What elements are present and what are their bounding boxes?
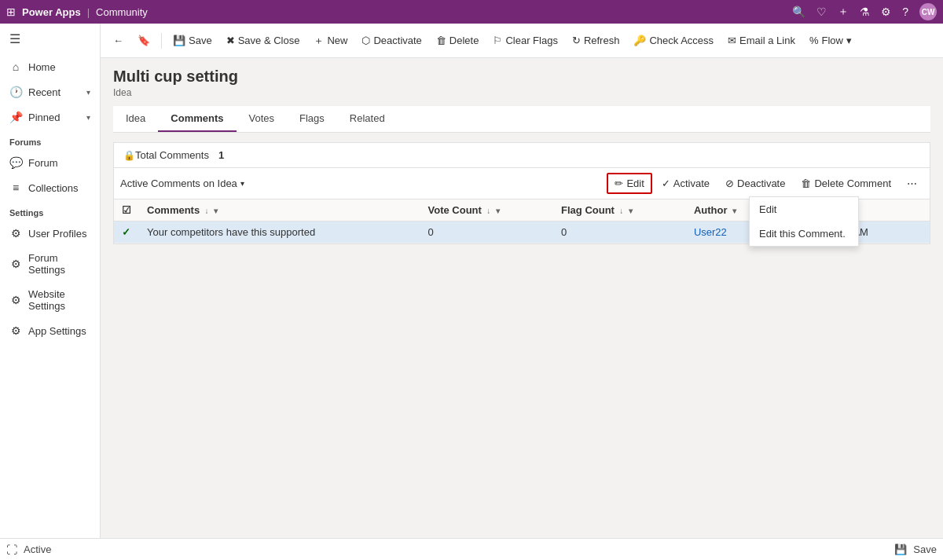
- email-link-button[interactable]: ✉ Email a Link: [721, 31, 802, 49]
- delete-button[interactable]: 🗑 Delete: [430, 31, 486, 49]
- dropdown-edit-comment-item[interactable]: Edit this Comment.: [750, 221, 858, 246]
- comments-panel: 🔒 Total Comments 1 Active Comments on Id…: [113, 142, 930, 244]
- more-options-icon: ⋯: [907, 178, 917, 189]
- more-options-button[interactable]: ⋯: [901, 174, 923, 192]
- sort-down-icon: ↓: [486, 207, 490, 215]
- clear-flags-button[interactable]: ⚐ Clear Flags: [486, 31, 563, 49]
- save-button[interactable]: 💾 Save: [167, 31, 218, 49]
- collections-icon: ≡: [9, 181, 22, 194]
- page-content: Multi cup setting Idea Idea Comments Vot…: [101, 58, 943, 560]
- select-all-checkbox[interactable]: ☑: [122, 204, 131, 216]
- save-icon: 💾: [894, 544, 907, 555]
- top-nav-right: 🔍 ♡ ＋ ⚗ ⚙ ? CW: [792, 3, 937, 20]
- favorite-icon[interactable]: ♡: [816, 5, 827, 18]
- sidebar-item-home[interactable]: ⌂ Home: [0, 54, 100, 79]
- sidebar-item-user-profiles[interactable]: ⚙ User Profiles: [0, 221, 100, 246]
- forums-section-header: Forums: [0, 130, 100, 150]
- status-save-label: Save: [913, 544, 937, 555]
- sidebar-item-forum-settings[interactable]: ⚙ Forum Settings: [0, 246, 100, 282]
- clear-flags-icon: ⚐: [493, 35, 502, 46]
- deactivate-icon: ⬡: [361, 35, 370, 46]
- flow-button[interactable]: % Flow ▾: [803, 31, 858, 49]
- top-navigation: ⊞ Power Apps | Community 🔍 ♡ ＋ ⚗ ⚙ ? CW: [0, 0, 943, 24]
- lock-icon: 🔒: [123, 150, 135, 161]
- add-icon[interactable]: ＋: [838, 5, 849, 19]
- check-access-button[interactable]: 🔑 Check Access: [627, 31, 720, 49]
- separator: [161, 33, 162, 49]
- sidebar-item-label: Website Settings: [28, 288, 90, 312]
- tab-votes[interactable]: Votes: [237, 106, 288, 132]
- tab-comments[interactable]: Comments: [158, 106, 236, 132]
- save-close-icon: ✖: [226, 35, 235, 46]
- refresh-button[interactable]: ↻ Refresh: [566, 31, 626, 49]
- hamburger-menu[interactable]: ☰: [0, 24, 100, 54]
- home-icon: ⌂: [9, 60, 22, 73]
- th-flag-count[interactable]: Flag Count ↓ ▾: [553, 199, 686, 221]
- back-button[interactable]: ←: [107, 31, 130, 49]
- panel-header: 🔒 Total Comments 1: [114, 143, 930, 168]
- new-button[interactable]: ＋ New: [307, 31, 354, 51]
- tab-idea[interactable]: Idea: [113, 106, 158, 132]
- active-filter-dropdown[interactable]: Active Comments on Idea ▾: [120, 178, 244, 189]
- website-settings-icon: ⚙: [9, 294, 22, 306]
- dropdown-edit-item[interactable]: Edit: [750, 197, 858, 221]
- sidebar-item-label: User Profiles: [28, 228, 90, 240]
- row-checkbox[interactable]: ✓: [114, 221, 139, 243]
- help-icon[interactable]: ?: [902, 5, 908, 18]
- comments-toolbar: Active Comments on Idea ▾ ✏ Edit ✓ Activ…: [114, 168, 930, 199]
- sidebar-item-forum[interactable]: 💬 Forum: [0, 150, 100, 175]
- deactivate-comment-button[interactable]: ⊘ Deactivate: [719, 174, 791, 192]
- forum-icon: 💬: [9, 156, 22, 169]
- settings-icon[interactable]: ⚙: [881, 5, 891, 18]
- section-name: Community: [96, 6, 148, 18]
- save-close-button[interactable]: ✖ Save & Close: [220, 31, 306, 49]
- grid-icon[interactable]: ⊞: [6, 5, 16, 18]
- sidebar-item-label: Home: [28, 61, 90, 73]
- th-vote-count[interactable]: Vote Count ↓ ▾: [420, 199, 554, 221]
- edit-dropdown-menu: Edit Edit this Comment.: [749, 196, 859, 247]
- sidebar-item-app-settings[interactable]: ⚙ App Settings: [0, 318, 100, 343]
- app-name: Power Apps: [22, 6, 81, 18]
- activate-button[interactable]: ✓ Activate: [655, 174, 716, 192]
- delete-comment-icon: 🗑: [801, 178, 811, 189]
- save-icon: 💾: [173, 35, 185, 46]
- row-comment: Your competitors have this supported: [139, 221, 420, 243]
- th-comments[interactable]: Comments ↓ ▾: [139, 199, 420, 221]
- delete-icon: 🗑: [436, 35, 446, 46]
- bookmark-button[interactable]: 🔖: [131, 31, 156, 49]
- sidebar-item-pinned[interactable]: 📌 Pinned ▾: [0, 104, 100, 130]
- sidebar-item-website-settings[interactable]: ⚙ Website Settings: [0, 282, 100, 318]
- sidebar-item-label: Pinned: [28, 112, 80, 123]
- page-title: Multi cup setting: [113, 68, 930, 86]
- active-filter-label: Active Comments on Idea: [120, 178, 237, 189]
- check-access-icon: 🔑: [633, 35, 646, 46]
- filter-icon[interactable]: ⚗: [860, 5, 870, 18]
- sidebar-item-collections[interactable]: ≡ Collections: [0, 175, 100, 200]
- toolbar-actions: ✏ Edit ✓ Activate ⊘ Deactivate 🗑: [607, 173, 923, 194]
- tab-related[interactable]: Related: [337, 106, 398, 132]
- command-bar: ← 🔖 💾 Save ✖ Save & Close ＋ New ⬡ Deacti…: [101, 24, 943, 58]
- sort-chevron-icon: ▾: [496, 207, 500, 215]
- sidebar-item-label: Recent: [28, 86, 80, 98]
- edit-icon: ✏: [615, 178, 623, 189]
- row-vote-count: 0: [420, 221, 554, 243]
- deactivate-button[interactable]: ⬡ Deactivate: [355, 31, 427, 49]
- sidebar-item-recent[interactable]: 🕐 Recent ▾: [0, 79, 100, 104]
- nav-separator: |: [87, 6, 90, 18]
- chevron-down-icon: ▾: [86, 88, 90, 97]
- user-profiles-icon: ⚙: [9, 227, 22, 240]
- search-icon[interactable]: 🔍: [792, 5, 805, 18]
- delete-comment-button[interactable]: 🗑 Delete Comment: [794, 174, 897, 192]
- page-subtitle: Idea: [113, 87, 930, 98]
- refresh-icon: ↻: [572, 35, 581, 46]
- app-settings-icon: ⚙: [9, 324, 22, 337]
- chevron-down-icon: ▾: [86, 113, 90, 122]
- user-avatar[interactable]: CW: [919, 3, 937, 20]
- sort-chevron-icon: ▾: [732, 207, 736, 215]
- tab-flags[interactable]: Flags: [287, 106, 337, 132]
- check-icon: ✓: [122, 226, 130, 238]
- app-layout: ☰ ⌂ Home 🕐 Recent ▾ 📌 Pinned ▾ Forums 💬 …: [0, 24, 943, 560]
- th-checkbox[interactable]: ☑: [114, 199, 139, 221]
- activate-icon: ✓: [662, 178, 670, 189]
- edit-button[interactable]: ✏ Edit: [607, 173, 651, 194]
